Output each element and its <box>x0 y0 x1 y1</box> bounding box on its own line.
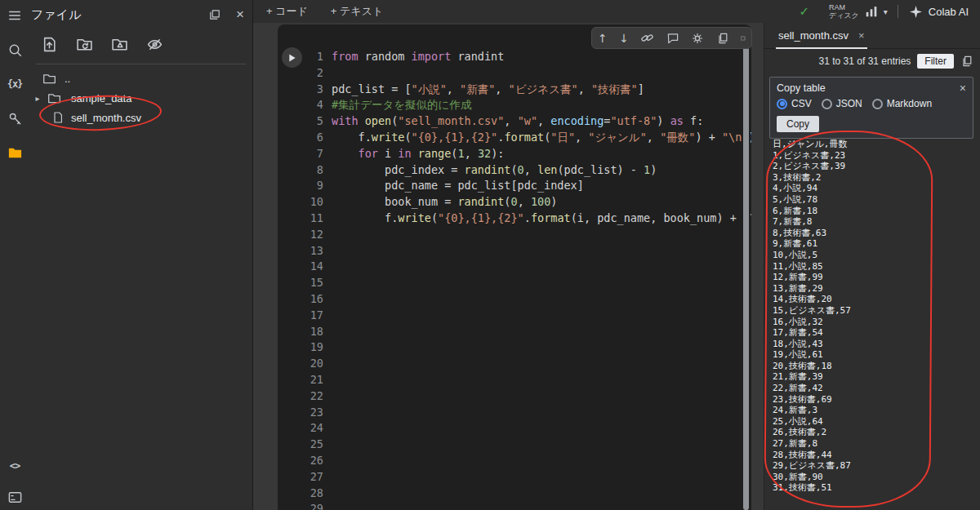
code-line[interactable]: 13 <box>278 243 751 259</box>
colab-ai-button[interactable]: Colab AI <box>910 6 969 18</box>
tree-item-sample-data[interactable]: ▸ sample_data <box>29 88 252 108</box>
tree-item-sell-month-csv[interactable]: sell_month.csv <box>29 108 252 127</box>
code-line[interactable]: 16 <box>278 291 751 308</box>
cell-settings-gear-icon[interactable] <box>691 32 704 45</box>
csv-row: 10,小説,5 <box>773 250 851 261</box>
code-line[interactable]: 29 <box>278 501 751 510</box>
csv-row: 19,小説,61 <box>773 349 851 361</box>
line-number: 21 <box>278 372 323 388</box>
copy-format-label: JSON <box>836 98 862 109</box>
variables-icon[interactable]: {x} <box>0 72 29 96</box>
colab-ai-label: Colab AI <box>929 6 969 18</box>
run-cell-button[interactable] <box>282 47 302 68</box>
line-number: 19 <box>278 339 323 356</box>
csv-preview-block[interactable]: 日,ジャンル,冊数1,ビジネス書,232,ビジネス書,393,技術書,24,小説… <box>773 139 851 494</box>
files-folder-icon[interactable] <box>0 140 29 165</box>
code-line[interactable]: 25 <box>278 437 751 453</box>
csv-row: 4,小説,94 <box>773 183 851 194</box>
line-number: 18 <box>278 324 323 340</box>
csv-row: 28,技術書,44 <box>773 450 851 461</box>
resource-usage-bars-icon[interactable] <box>864 4 879 19</box>
code-line[interactable]: 12 <box>278 227 751 243</box>
code-line[interactable]: 18 <box>278 324 751 340</box>
code-line[interactable]: 20 <box>278 356 751 372</box>
move-cell-up-icon[interactable]: ↑ <box>598 32 608 45</box>
code-line[interactable]: 5with open("sell_month.csv", "w", encodi… <box>278 113 751 130</box>
code-line[interactable]: 2 <box>278 65 751 82</box>
copy-format-json[interactable]: JSON <box>822 98 862 109</box>
upload-file-icon[interactable] <box>41 36 58 53</box>
code-line[interactable]: 21 <box>278 372 751 388</box>
line-number: 23 <box>278 405 323 421</box>
code-line[interactable]: 8 pdc_index = randint(0, len(pdc_list) -… <box>278 162 751 179</box>
csv-row: 25,小説,64 <box>773 416 851 428</box>
csv-row: 13,新書,29 <box>773 283 851 295</box>
close-dialog-icon[interactable]: × <box>960 82 966 95</box>
tab-label: sell_month.csv <box>778 29 849 42</box>
code-line[interactable]: 24 <box>278 420 751 437</box>
code-text: with open("sell_month.csv", "w", encodin… <box>332 113 703 130</box>
copy-button[interactable]: Copy <box>777 116 819 132</box>
refresh-folder-icon[interactable] <box>76 36 93 53</box>
code-line[interactable]: 7 for i in range(1, 32): <box>278 146 751 162</box>
caret-down-icon[interactable]: ▾ <box>884 7 888 16</box>
more-actions-icon[interactable] <box>741 32 746 45</box>
mount-drive-icon[interactable] <box>111 36 128 53</box>
hidden-files-eye-off-icon[interactable] <box>146 36 163 53</box>
terminal-icon[interactable] <box>0 485 29 509</box>
radio-icon[interactable] <box>777 99 787 109</box>
tab-sell-month-csv[interactable]: sell_month.csv × <box>776 23 867 49</box>
window-restore-icon[interactable] <box>208 8 221 21</box>
code-line[interactable]: 3pdc_list = ["小説", "新書", "ビジネス書", "技術書"] <box>278 82 751 98</box>
radio-icon[interactable] <box>872 99 883 109</box>
copy-format-markdown[interactable]: Markdown <box>872 98 932 109</box>
code-line[interactable]: 1from random import randint <box>278 49 751 65</box>
resources-label[interactable]: RAM ディスク <box>829 3 859 20</box>
chevron-right-icon[interactable]: ▸ <box>33 94 42 103</box>
line-number: 10 <box>278 194 323 211</box>
saved-check-icon: ✓ <box>799 4 809 19</box>
copy-format-csv[interactable]: CSV <box>777 98 812 109</box>
code-line[interactable]: 17 <box>278 308 751 324</box>
copy-table-icon[interactable] <box>960 55 973 68</box>
code-snippets-icon[interactable]: <> <box>0 454 29 478</box>
editor-scrollbar[interactable] <box>743 47 749 510</box>
filter-button[interactable]: Filter <box>917 54 954 69</box>
code-line[interactable]: 23 <box>278 405 751 421</box>
close-tab-icon[interactable]: × <box>858 29 865 42</box>
add-code-button[interactable]: + コード <box>266 4 308 19</box>
code-text: pdc_index = randint(0, len(pdc_list) - 1… <box>332 162 657 179</box>
code-text: f.write("{0},{1},{2}".format(i, pdc_name… <box>332 211 751 227</box>
move-cell-down-icon[interactable]: ↓ <box>619 32 629 45</box>
code-line[interactable]: 27 <box>278 469 751 486</box>
code-line[interactable]: 9 pdc_name = pdc_list[pdc_index] <box>278 178 751 194</box>
mirror-cell-icon[interactable] <box>716 32 729 45</box>
code-line[interactable]: 6 f.write("{0},{1},{2}".format("日", "ジャン… <box>278 130 751 146</box>
code-line[interactable]: 26 <box>278 453 751 469</box>
table-of-contents-icon[interactable] <box>0 3 29 28</box>
secrets-key-icon[interactable] <box>0 106 29 131</box>
code-line[interactable]: 15 <box>278 275 751 291</box>
code-line[interactable]: 14 <box>278 259 751 275</box>
tree-item-parent-dir[interactable]: .. <box>29 69 252 88</box>
search-icon[interactable] <box>0 38 29 62</box>
radio-icon[interactable] <box>822 99 832 109</box>
add-comment-icon[interactable] <box>666 32 679 45</box>
code-line[interactable]: 19 <box>278 339 751 356</box>
code-line[interactable]: 4#集計データを擬似的に作成 <box>278 97 751 113</box>
csv-row: 5,小説,78 <box>773 194 851 206</box>
code-line[interactable]: 28 <box>278 486 751 502</box>
add-text-button[interactable]: + テキスト <box>331 4 383 19</box>
csv-row: 1,ビジネス書,23 <box>773 150 851 162</box>
tree-item-label: .. <box>65 73 70 85</box>
code-line[interactable]: 11 f.write("{0},{1},{2}".format(i, pdc_n… <box>278 211 751 227</box>
line-number: 28 <box>278 486 323 502</box>
code-line[interactable]: 22 <box>278 388 751 405</box>
activity-rail: {x} <> <box>0 0 29 510</box>
close-panel-icon[interactable]: × <box>236 7 244 23</box>
code-editor[interactable]: 1from random import randint23pdc_list = … <box>278 24 751 510</box>
code-line[interactable]: 10 book_num = randint(0, 100) <box>278 194 751 211</box>
csv-row: 18,小説,43 <box>773 339 851 350</box>
notebook-topbar: + コード + テキスト ✓ RAM ディスク ▾ Colab AI <box>253 0 980 23</box>
copy-link-icon[interactable] <box>640 31 654 45</box>
